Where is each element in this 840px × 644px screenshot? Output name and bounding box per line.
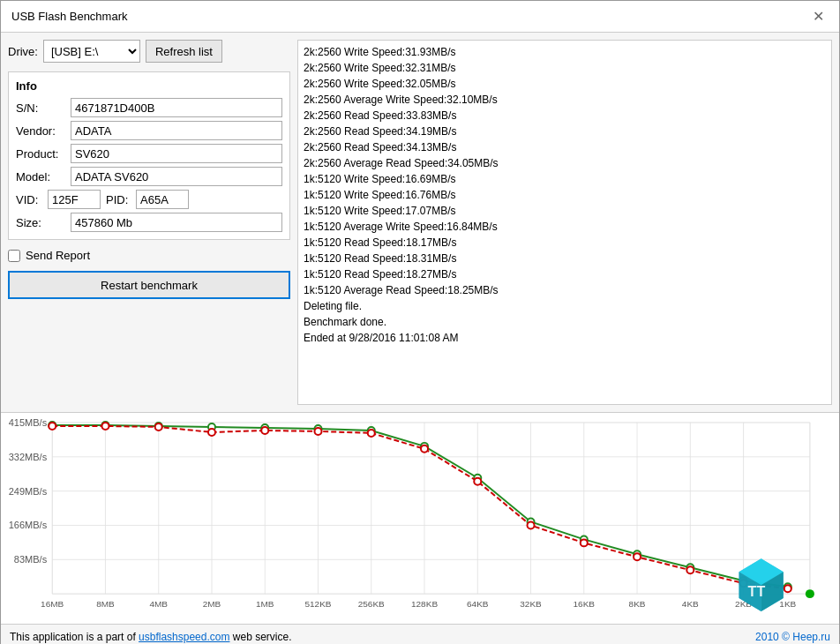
pid-field[interactable]	[136, 190, 189, 209]
svg-point-71	[784, 585, 791, 592]
svg-text:1MB: 1MB	[256, 599, 274, 609]
vid-field[interactable]	[48, 190, 101, 209]
log-line: Deleting file.	[304, 298, 826, 314]
svg-text:83MB/s: 83MB/s	[14, 554, 48, 565]
product-field[interactable]	[71, 144, 282, 163]
svg-point-68	[634, 553, 641, 560]
model-row: Model:	[16, 167, 282, 186]
svg-text:16MB: 16MB	[41, 599, 64, 609]
log-line: 2k:2560 Read Speed:33.83MB/s	[304, 108, 826, 124]
svg-point-59	[155, 423, 162, 431]
send-report-checkbox[interactable]	[8, 250, 20, 262]
drive-label: Drive:	[8, 45, 38, 58]
svg-point-58	[101, 423, 109, 430]
svg-text:512KB: 512KB	[304, 599, 331, 609]
svg-point-60	[208, 429, 215, 436]
log-line: 1k:5120 Write Speed:16.76MB/s	[304, 187, 826, 203]
log-line: 1k:5120 Write Speed:16.69MB/s	[304, 171, 826, 187]
svg-text:128KB: 128KB	[411, 599, 438, 609]
log-line: 2k:2560 Write Speed:31.93MB/s	[304, 44, 826, 60]
log-line: 1k:5120 Average Read Speed:18.25MB/s	[304, 282, 826, 298]
svg-text:64KB: 64KB	[467, 599, 489, 609]
top-section: Drive: [USB] E:\ Refresh list Info S/N: …	[1, 33, 839, 412]
vendor-field[interactable]	[71, 121, 282, 140]
refresh-button[interactable]: Refresh list	[146, 40, 222, 63]
log-line: 2k:2560 Write Speed:32.05MB/s	[304, 76, 826, 92]
info-group: Info S/N: Vendor: Product:	[8, 71, 290, 240]
sn-row: S/N:	[16, 98, 282, 117]
svg-point-66	[528, 521, 535, 528]
left-panel: Drive: [USB] E:\ Refresh list Info S/N: …	[8, 40, 290, 405]
model-field[interactable]	[71, 167, 282, 186]
log-line: 1k:5120 Average Write Speed:16.84MB/s	[304, 219, 826, 235]
log-line: 1k:5120 Read Speed:18.17MB/s	[304, 235, 826, 251]
main-window: USB Flash Benchmark ✕ Drive: [USB] E:\ R…	[0, 0, 840, 644]
log-line: 2k:2560 Average Read Speed:34.05MB/s	[304, 155, 826, 171]
pid-label: PID:	[106, 193, 131, 206]
size-row: Size:	[16, 213, 282, 232]
footer-text-after: web service.	[229, 631, 291, 643]
info-title: Info	[16, 79, 282, 93]
svg-point-57	[49, 423, 56, 430]
vid-label: VID:	[16, 193, 42, 206]
log-line: 2k:2560 Write Speed:32.31MB/s	[304, 60, 826, 76]
svg-text:1KB: 1KB	[779, 599, 796, 609]
drive-select[interactable]: [USB] E:\	[43, 40, 140, 63]
footer-link[interactable]: usbflashspeed.com	[139, 631, 229, 643]
drive-row: Drive: [USB] E:\ Refresh list	[8, 40, 290, 63]
svg-text:4MB: 4MB	[149, 599, 168, 609]
svg-text:332MB/s: 332MB/s	[9, 452, 48, 462]
svg-text:4KB: 4KB	[682, 599, 699, 609]
vid-pid-row: VID: PID:	[16, 190, 282, 209]
benchmark-chart: 415MB/s 332MB/s 249MB/s 166MB/s 83MB/s 1…	[8, 418, 832, 620]
svg-text:166MB/s: 166MB/s	[9, 520, 48, 530]
svg-text:32KB: 32KB	[520, 599, 542, 609]
log-line: 2k:2560 Read Speed:34.13MB/s	[304, 139, 826, 155]
footer-right: 2010 © Heep.ru	[755, 631, 830, 643]
main-content: Drive: [USB] E:\ Refresh list Info S/N: …	[1, 33, 839, 644]
svg-text:TT: TT	[748, 584, 766, 599]
svg-text:8MB: 8MB	[96, 599, 115, 609]
product-label: Product:	[16, 147, 65, 161]
svg-text:16KB: 16KB	[574, 599, 596, 609]
svg-point-64	[421, 446, 428, 453]
title-bar: USB Flash Benchmark ✕	[1, 1, 839, 33]
size-label: Size:	[16, 216, 65, 229]
svg-point-65	[474, 478, 481, 485]
svg-text:256KB: 256KB	[358, 599, 385, 609]
svg-point-69	[686, 566, 694, 573]
footer-text: This application is a part of usbflashsp…	[10, 631, 292, 643]
sn-field[interactable]	[71, 98, 282, 117]
svg-text:8KB: 8KB	[629, 599, 646, 609]
sn-label: S/N:	[16, 101, 65, 115]
vendor-row: Vendor:	[16, 121, 282, 140]
log-line: 1k:5120 Write Speed:17.07MB/s	[304, 203, 826, 219]
log-line: Ended at 9/28/2016 11:01:08 AM	[304, 330, 826, 346]
model-label: Model:	[16, 170, 65, 183]
svg-text:415MB/s: 415MB/s	[9, 418, 48, 428]
chart-section: 415MB/s 332MB/s 249MB/s 166MB/s 83MB/s 1…	[1, 412, 839, 624]
svg-point-61	[261, 427, 268, 434]
window-title: USB Flash Benchmark	[11, 10, 128, 23]
log-line: Benchmark done.	[304, 314, 826, 330]
restart-button[interactable]: Restart benchmark	[8, 271, 290, 299]
log-line: 2k:2560 Average Write Speed:32.10MB/s	[304, 92, 826, 108]
size-field[interactable]	[71, 213, 282, 232]
svg-point-63	[368, 430, 375, 437]
svg-point-62	[314, 428, 321, 435]
log-panel[interactable]: 2k:2560 Write Speed:31.93MB/s2k:2560 Wri…	[297, 40, 832, 405]
log-line: 1k:5120 Read Speed:18.27MB/s	[304, 266, 826, 282]
vendor-label: Vendor:	[16, 124, 65, 138]
close-button[interactable]: ✕	[807, 6, 829, 27]
svg-text:2MB: 2MB	[203, 599, 221, 609]
log-line: 2k:2560 Read Speed:34.19MB/s	[304, 124, 826, 139]
log-line: 1k:5120 Read Speed:18.31MB/s	[304, 251, 826, 266]
svg-point-77	[806, 589, 814, 598]
svg-point-67	[581, 539, 588, 546]
footer: This application is a part of usbflashsp…	[1, 624, 839, 644]
footer-text-before: This application is a part of	[10, 631, 139, 643]
send-report-label: Send Report	[26, 249, 90, 262]
product-row: Product:	[16, 144, 282, 163]
send-report-row: Send Report	[8, 249, 290, 262]
svg-text:249MB/s: 249MB/s	[9, 486, 48, 497]
